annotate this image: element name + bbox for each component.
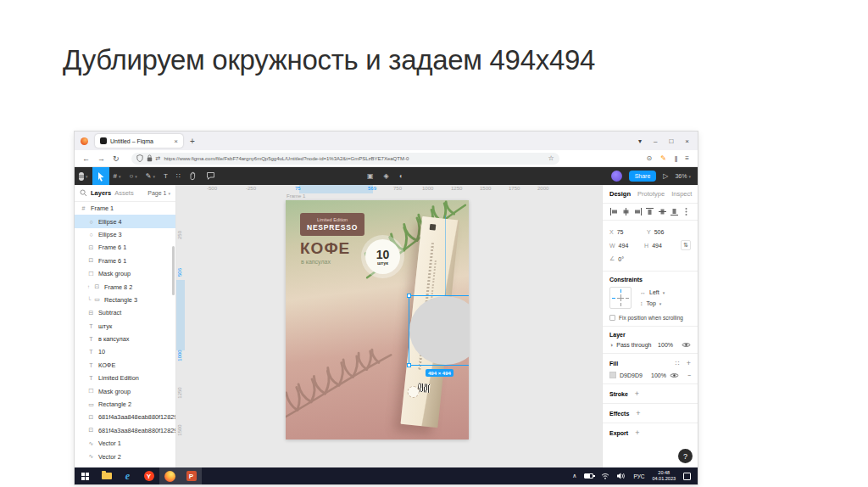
mask-icon[interactable]: ◐ (399, 172, 403, 180)
layer-row-text-limited-edition[interactable]: TLimited Edition (75, 372, 175, 384)
eye-icon[interactable] (670, 372, 679, 378)
y-field[interactable]: Y506 (647, 229, 684, 235)
list-tabs-icon[interactable]: ▾ (638, 137, 642, 145)
layer-row-subtract[interactable]: ⊟Subtract (75, 306, 175, 319)
firefox-button[interactable] (159, 467, 181, 484)
rotation-field[interactable]: ∠0° (609, 255, 647, 262)
align-top-icon[interactable] (645, 207, 654, 216)
sync-icon[interactable]: ⇄ (156, 155, 161, 162)
styles-icon[interactable]: ∷ (676, 360, 680, 367)
search-icon[interactable] (80, 189, 87, 197)
fill-hex-value[interactable]: D9D9D9 (620, 372, 643, 378)
zoom-level-dropdown[interactable]: 36% ▾ (675, 173, 691, 179)
internet-explorer-button[interactable]: e (117, 467, 138, 484)
present-icon[interactable]: ▷ (663, 172, 668, 180)
browser-tab[interactable]: Untitled – Figma × (95, 134, 183, 148)
layer-row-text-kofe[interactable]: TКОФЕ (75, 359, 175, 372)
remove-fill-button[interactable]: − (687, 372, 691, 378)
move-tool-button[interactable] (92, 167, 109, 185)
fill-row[interactable]: D9D9D9 100% − (609, 372, 691, 378)
blend-mode-dropdown[interactable]: Pass through (616, 342, 651, 348)
back-icon[interactable]: ← (82, 154, 90, 163)
distribute-icon[interactable] (682, 207, 691, 216)
layer-row-image-hash-1[interactable]: ⊡681f4a3aa848eab880f128292... (75, 411, 175, 423)
comment-tool-button[interactable] (202, 167, 220, 185)
address-bar[interactable]: ⇄ https://www.figma.com/file/FsbF74argny… (131, 153, 559, 165)
design-frame[interactable]: Limited Edition NESPRESSO КОФЕ в капсула… (286, 200, 469, 439)
maximize-button[interactable]: □ (669, 137, 673, 145)
align-right-icon[interactable] (633, 207, 643, 216)
fill-opacity-field[interactable]: 100% (651, 372, 666, 378)
page-selector[interactable]: Page 1 ▾ (147, 190, 170, 196)
horizontal-constraint-dropdown[interactable]: ↔Left▾ (640, 289, 665, 295)
lock-icon[interactable] (147, 154, 153, 162)
frame-tool-button[interactable]: #▾ (109, 167, 125, 185)
text-tool-button[interactable]: T (159, 167, 172, 185)
add-fill-button[interactable]: + (687, 359, 691, 367)
component-icon[interactable]: ◈ (384, 172, 389, 180)
clock[interactable]: 20:48 04.01.2023 (652, 470, 676, 482)
forward-icon[interactable]: → (97, 154, 105, 163)
powerpoint-button[interactable]: P (181, 467, 202, 484)
shape-tool-button[interactable]: ○▾ (125, 167, 141, 185)
layer-row-vector-1[interactable]: ∿Vector 1 (75, 437, 175, 450)
height-field[interactable]: H494 (644, 243, 679, 249)
constrain-proportions-icon[interactable]: ⇅ (681, 240, 691, 250)
battery-icon[interactable] (584, 473, 593, 479)
tray-expand-icon[interactable]: ∧ (572, 473, 576, 479)
tab-close-icon[interactable]: × (174, 137, 178, 145)
tab-layers[interactable]: Layers (91, 189, 111, 197)
width-field[interactable]: W494 (609, 243, 644, 249)
minimize-button[interactable]: – (654, 137, 657, 145)
volume-icon[interactable] (617, 473, 626, 479)
figma-menu-button[interactable]: ▾ (75, 167, 92, 185)
account-icon[interactable]: ⊙ (646, 154, 652, 162)
close-button[interactable]: × (685, 137, 689, 145)
layer-row-mask-group-2[interactable]: ☐Mask group (75, 384, 175, 397)
yandex-browser-button[interactable]: Y (138, 467, 159, 484)
layer-row-frame-6-1[interactable]: ⊡Frame 6 1 (75, 241, 175, 254)
reload-icon[interactable]: ↻ (113, 154, 120, 163)
url-text[interactable]: https://www.figma.com/file/FsbF74argny6m… (164, 156, 544, 161)
align-h-center-icon[interactable] (621, 207, 631, 216)
vertical-constraint-dropdown[interactable]: ↕Top▾ (640, 300, 665, 306)
wifi-icon[interactable] (601, 473, 609, 479)
selection-bounding-box[interactable] (409, 295, 469, 366)
action-center-icon[interactable] (683, 473, 691, 480)
fix-position-checkbox-row[interactable]: Fix position when scrolling (609, 315, 691, 321)
resize-handle[interactable] (407, 363, 411, 367)
layer-row-text-10[interactable]: T10 (75, 345, 175, 358)
checkbox-icon[interactable] (609, 315, 615, 321)
layer-row-ellipse-3[interactable]: ○Ellipse 3 (75, 228, 175, 241)
help-button[interactable]: ? (678, 449, 693, 463)
sidebars-icon[interactable]: ||| (675, 155, 676, 161)
user-avatar[interactable] (611, 171, 622, 182)
layer-opacity-field[interactable]: 100% (658, 342, 673, 348)
eye-icon[interactable] (682, 342, 691, 348)
frame-name-label[interactable]: Frame 1 (287, 193, 305, 199)
layers-scrollbar[interactable] (172, 246, 175, 295)
language-indicator[interactable]: РУС (633, 473, 644, 479)
start-button[interactable] (75, 467, 96, 484)
resize-handle[interactable] (407, 294, 411, 298)
layer-row-mask-group[interactable]: ☐Mask group (75, 267, 175, 280)
layer-row-image-hash-2[interactable]: ⊡681f4a3aa848eab880f128292... (75, 424, 175, 437)
add-export-button[interactable]: + (635, 428, 639, 437)
pocket-icon[interactable]: ✎ (660, 154, 666, 162)
constraints-widget[interactable] (609, 287, 632, 309)
tab-design[interactable]: Design (609, 190, 631, 198)
add-effect-button[interactable]: + (636, 409, 640, 417)
layer-row-frame-1[interactable]: #Frame 1 (75, 202, 175, 215)
layer-row-text-v-kapsulah[interactable]: Tв капсулах (75, 333, 175, 345)
color-swatch[interactable] (609, 372, 616, 378)
bookmark-star-icon[interactable]: ☆ (548, 154, 554, 162)
share-button[interactable]: Share (629, 171, 657, 182)
align-v-center-icon[interactable] (658, 207, 667, 216)
pen-tool-button[interactable]: ✎▾ (142, 167, 159, 185)
menu-icon[interactable]: ≡ (685, 154, 689, 162)
layer-row-ellipse-4[interactable]: ○Ellipse 4 (75, 215, 175, 227)
add-stroke-button[interactable]: + (635, 389, 639, 398)
layer-row-rectangle-3[interactable]: └▭Rectangle 3 (75, 294, 175, 306)
canvas[interactable]: -500 -250 75 569 750 1000 1250 1500 1750… (176, 185, 602, 467)
tab-inspect[interactable]: Inspect (671, 190, 692, 198)
